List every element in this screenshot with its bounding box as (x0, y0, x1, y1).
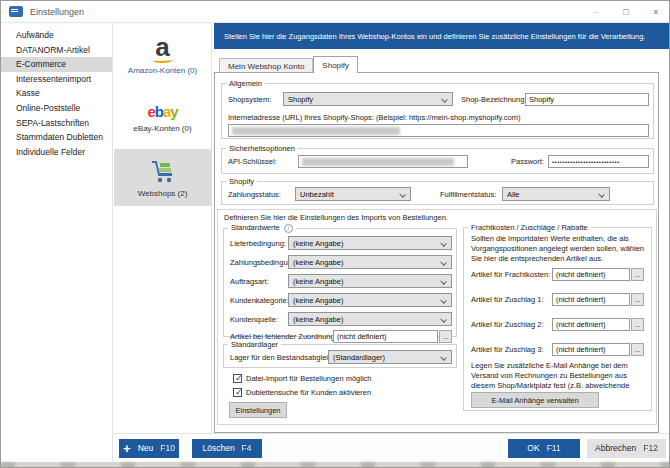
ebay-icon: ebay (147, 103, 177, 120)
app-icon (9, 6, 23, 17)
ebay-accounts-item[interactable]: ebay eBay-Konten (0) (114, 97, 211, 141)
email-anhaenge-button[interactable]: E-Mail Anhänge verwalten (471, 392, 599, 408)
webshop-tabs: Mein Webshop Konto Shopify (219, 56, 358, 73)
import-settings-box: Definieren Sie hier die Einstellungen de… (217, 209, 657, 425)
shopsystem-select[interactable]: Shopify (283, 92, 453, 106)
neu-button[interactable]: + Neu F10 (119, 439, 179, 458)
shop-url-input[interactable] (228, 124, 649, 137)
zahlungsstatus-label: Zahlungsstatus: (228, 190, 295, 199)
maximize-icon[interactable]: □ (611, 1, 641, 22)
group-sicherheitsoptionen-legend: Sicherheitsoptionen (226, 144, 298, 153)
datei-import-checkbox-row[interactable]: ✓ Datei-Import für Bestellungen möglich (233, 374, 371, 383)
shopify-tab-panel: Allgemein Shopsystem: Shopify Shop-Bezei… (214, 72, 659, 433)
chevron-down-icon (441, 96, 447, 102)
browse-frachtkosten-button[interactable]: ... (631, 268, 644, 281)
info-icon[interactable]: i (284, 224, 293, 233)
shopping-cart-icon (148, 160, 178, 186)
chevron-down-icon (440, 259, 446, 265)
group-standardwerte: Standardwertei Lieferbedingung: (keine A… (223, 223, 457, 337)
sidebar-item-individuelle-felder[interactable]: Individuelle Felder (1, 145, 112, 160)
dublettensuche-checkbox-row[interactable]: ✓ Dublettensuche für Kunden aktivieren (233, 388, 371, 397)
kundenquelle-select[interactable]: (keine Angabe) (288, 312, 452, 326)
kundenkategorie-label: Kundenkategorie: (230, 296, 288, 305)
kundenquelle-label: Kundenquelle: (230, 315, 288, 324)
checkbox-checked[interactable]: ✓ (233, 388, 242, 397)
fulfillmentstatus-select[interactable]: Alle (502, 187, 610, 201)
group-shopify-status: Shopify Zahlungsstatus: Unbezahlt Fulfil… (221, 177, 654, 205)
info-banner: Stellen Sie hier die Zugangsdaten Ihres … (214, 23, 670, 49)
shopsystem-label: Shopsystem: (228, 95, 283, 104)
redacted-api-key-value (302, 158, 454, 166)
settings-nav: Aufwände DATANORM-Artikel E-Commerce Int… (1, 23, 113, 462)
browse-zuschlag1-button[interactable]: ... (631, 293, 644, 306)
webshops-label: Webshops (2) (114, 189, 211, 198)
sidebar-item-sepa[interactable]: SEPA-Lastschriften (1, 116, 112, 131)
group-standardwerte-legend: Standardwertei (228, 223, 296, 233)
einstellungen-button[interactable]: Einstellungen (229, 402, 287, 418)
checkmark-icon: ✓ (235, 387, 243, 397)
auftragsart-select[interactable]: (keine Angabe) (288, 274, 452, 288)
amazon-accounts-item[interactable]: a Amazon-Konten (0) (114, 23, 211, 83)
artikel-zuschlag2-input[interactable]: (nicht definiert) (552, 318, 630, 331)
group-frachtkosten: Frachtkosten / Zuschläge / Rabatte Sollt… (463, 223, 652, 411)
amazon-icon: a (153, 35, 173, 63)
lager-bestandsabgleich-label: Lager für den Bestandsabgleich: (230, 353, 328, 362)
footer-bar: + Neu F10 Löschen F4 OK F11 Abbrechen F1… (114, 433, 670, 462)
sidebar-item-stammdaten-dubletten[interactable]: Stammdaten Dubletten (1, 130, 112, 145)
minimize-icon[interactable]: – (581, 1, 611, 22)
checkmark-icon: ✓ (235, 373, 243, 383)
group-sicherheitsoptionen: Sicherheitsoptionen API-Schlüssel: Passw… (221, 144, 654, 174)
browse-zuschlag3-button[interactable]: ... (631, 343, 644, 356)
loeschen-button[interactable]: Löschen F4 (192, 439, 262, 458)
info-banner-text: Stellen Sie hier die Zugangsdaten Ihres … (224, 32, 645, 41)
titlebar: Einstellungen – □ × (1, 1, 670, 23)
group-standardlager-legend: Standardlager (228, 340, 281, 349)
shop-url-label: Internetadresse (URL) Ihres Shopify-Shop… (228, 113, 520, 122)
sidebar-item-online-poststelle[interactable]: Online-Poststelle (1, 101, 112, 116)
lieferbedingung-label: Lieferbedingung: (230, 239, 288, 248)
dublettensuche-label: Dublettensuche für Kunden aktivieren (246, 388, 371, 397)
chevron-down-icon (440, 297, 446, 303)
window-controls: – □ × (581, 1, 670, 22)
sidebar-item-datanorm[interactable]: DATANORM-Artikel (1, 43, 112, 58)
tab-shopify[interactable]: Shopify (313, 56, 358, 73)
api-schluessel-input[interactable] (298, 155, 468, 168)
group-allgemein: Allgemein Shopsystem: Shopify Shop-Bezei… (221, 79, 654, 139)
tab-mein-webshop-konto[interactable]: Mein Webshop Konto (219, 58, 313, 73)
sidebar-item-kasse[interactable]: Kasse (1, 86, 112, 101)
chevron-down-icon (440, 354, 446, 360)
artikel-zuschlag1-input[interactable]: (nicht definiert) (552, 293, 630, 306)
shop-bezeichnung-input[interactable]: Shopify (525, 93, 649, 106)
artikel-zuschlag1-label: Artikel für Zuschlag 1: (471, 295, 552, 304)
chevron-down-icon (598, 191, 604, 197)
group-frachtkosten-legend: Frachtkosten / Zuschläge / Rabatte (468, 223, 591, 232)
lieferbedingung-select[interactable]: (keine Angabe) (288, 236, 452, 250)
ebay-accounts-label: eBay-Konten (0) (114, 124, 211, 133)
close-icon[interactable]: × (641, 1, 670, 22)
zahlungsbedingung-label: Zahlungsbedingung: (230, 258, 288, 267)
group-allgemein-legend: Allgemein (226, 79, 265, 88)
settings-window: Einstellungen – □ × Aufwände DATANORM-Ar… (0, 0, 670, 468)
sidebar-item-ecommerce[interactable]: E-Commerce (1, 57, 112, 72)
chevron-down-icon (440, 316, 446, 322)
sidebar-item-aufwaende[interactable]: Aufwände (1, 28, 112, 43)
lager-bestandsabgleich-select[interactable]: (Standardlager) (328, 350, 452, 364)
webshops-item[interactable]: Webshops (2) (114, 149, 211, 206)
ok-button[interactable]: OK F11 (508, 439, 580, 458)
fulfillmentstatus-label: Fulfillmentstatus: (440, 190, 502, 199)
window-title: Einstellungen (30, 7, 84, 17)
browse-zuschlag2-button[interactable]: ... (631, 318, 644, 331)
abbrechen-button[interactable]: Abbrechen F12 (587, 439, 666, 458)
artikel-frachtkosten-label: Artikel für Frachtkosten: (471, 270, 552, 279)
artikel-zuschlag3-input[interactable]: (nicht definiert) (552, 343, 630, 356)
zahlungsstatus-select[interactable]: Unbezahlt (295, 187, 411, 201)
passwort-input[interactable]: •••••••••••••••••••••••••• (548, 155, 649, 168)
checkbox-checked[interactable]: ✓ (233, 374, 242, 383)
group-standardlager: Standardlager Lager für den Bestandsabgl… (223, 340, 457, 368)
redacted-url-value (232, 127, 400, 135)
sidebar-item-interessentenimport[interactable]: Interessentenimport (1, 72, 112, 87)
zahlungsbedingung-select[interactable]: (keine Angabe) (288, 255, 452, 269)
artikel-frachtkosten-input[interactable]: (nicht definiert) (552, 268, 630, 281)
kundenkategorie-select[interactable]: (keine Angabe) (288, 293, 452, 307)
plus-icon: + (123, 442, 131, 455)
